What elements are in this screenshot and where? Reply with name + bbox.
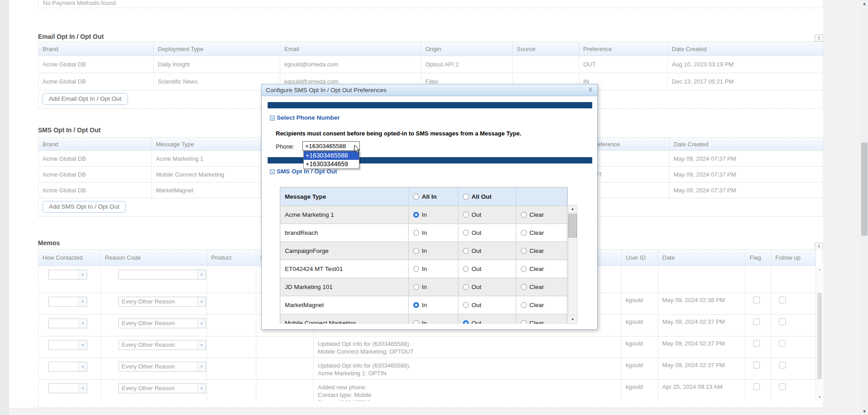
dialog-col-header: All Out bbox=[458, 187, 516, 205]
all-radio[interactable] bbox=[413, 194, 419, 200]
followup-checkbox[interactable] bbox=[779, 297, 786, 303]
flag-checkbox[interactable] bbox=[753, 318, 760, 325]
message-type-row: CampaignForgeInOutClear bbox=[280, 242, 567, 260]
reason-code-select[interactable]: Every Other Reason▼ bbox=[118, 383, 206, 393]
sms-cell: OPTOUT bbox=[587, 167, 670, 182]
dialog-table-scrollbar[interactable]: ▲ ▼ bbox=[568, 205, 577, 324]
clear-radio[interactable] bbox=[521, 230, 527, 236]
reason-code-select[interactable]: Every Other Reason▼ bbox=[118, 297, 206, 307]
followup-checkbox[interactable] bbox=[779, 383, 786, 390]
out-radio[interactable] bbox=[463, 212, 469, 218]
reason-code-select[interactable]: Every Other Reason▼ bbox=[118, 340, 206, 350]
phone-option[interactable]: +16303344659 bbox=[304, 160, 359, 168]
sms-cell-text: May 09, 2024 07:37 PM bbox=[674, 155, 736, 162]
flag-checkbox[interactable] bbox=[753, 383, 760, 390]
email-cell bbox=[513, 56, 579, 73]
in-radio[interactable] bbox=[413, 230, 419, 236]
in-radio[interactable] bbox=[413, 248, 419, 254]
email-cell: kgould@omeda.com bbox=[280, 56, 421, 73]
flag-checkbox[interactable] bbox=[753, 362, 760, 368]
dialog-close-icon[interactable]: X bbox=[589, 87, 592, 93]
in-radio[interactable] bbox=[413, 320, 419, 324]
out-radio[interactable] bbox=[463, 266, 469, 272]
out-radio[interactable] bbox=[463, 302, 469, 308]
sms-add-button[interactable]: Add SMS Opt In / Opt Out bbox=[42, 201, 126, 213]
out-cell: Out bbox=[458, 260, 516, 278]
out-radio[interactable] bbox=[463, 248, 469, 254]
memo-cell bbox=[207, 266, 256, 293]
flag-checkbox[interactable] bbox=[753, 340, 760, 347]
dialog-scroll-up-icon[interactable]: ▲ bbox=[568, 205, 577, 213]
how-contacted-select[interactable]: ▼ bbox=[48, 383, 87, 393]
email-cell-text: Aug 10, 2023 03:19 PM bbox=[672, 61, 734, 68]
email-add-button[interactable]: Add Email Opt In / Opt Out bbox=[42, 93, 128, 105]
radio-label: Out bbox=[472, 320, 481, 324]
reason-code-select[interactable]: ▼ bbox=[118, 270, 206, 280]
in-radio[interactable] bbox=[413, 302, 419, 308]
reason-code-select[interactable]: Every Other Reason▼ bbox=[118, 362, 206, 372]
message-type-row: JD Marketing 101InOutClear bbox=[280, 278, 567, 296]
memos-count-badge: 4 bbox=[815, 242, 823, 250]
page-scroll-down-icon[interactable]: ▼ bbox=[861, 409, 868, 414]
sms-cell: Acme Global DB bbox=[38, 182, 152, 198]
sms-cell: Acme Marketing 1 bbox=[152, 151, 261, 166]
memo-cell: kgould bbox=[622, 315, 658, 336]
reason-code-select[interactable]: Every Other Reason▼ bbox=[118, 318, 206, 328]
memo-cell: Updated Opt info for (6303465588).Mobile… bbox=[314, 336, 622, 358]
dialog-scroll-thumb[interactable] bbox=[568, 214, 577, 238]
how-contacted-select[interactable]: ▼ bbox=[48, 270, 87, 280]
in-radio[interactable] bbox=[413, 266, 419, 272]
followup-checkbox[interactable] bbox=[779, 340, 786, 347]
how-contacted-select[interactable]: ▼ bbox=[48, 362, 87, 372]
memo-line: Phone: 6303465588 bbox=[318, 399, 372, 401]
clear-radio[interactable] bbox=[521, 212, 527, 218]
memo-cell: May 09, 2024 02:38 PM bbox=[658, 293, 745, 314]
memo-cell bbox=[771, 266, 816, 293]
clear-radio[interactable] bbox=[521, 248, 527, 254]
collapse-icon-phone[interactable]: - bbox=[270, 116, 275, 121]
page-scroll-up-icon[interactable]: ▲ bbox=[861, 1, 868, 6]
phone-option[interactable]: +16303465588 bbox=[304, 151, 359, 160]
in-radio[interactable] bbox=[413, 212, 419, 218]
out-radio[interactable] bbox=[463, 230, 469, 236]
dialog-scroll-down-icon[interactable]: ▼ bbox=[568, 316, 577, 323]
flag-checkbox[interactable] bbox=[753, 297, 760, 303]
memos-scrollbar[interactable]: ▲ ▼ bbox=[816, 266, 823, 401]
select-value: Every Other Reason bbox=[119, 297, 197, 306]
in-radio[interactable] bbox=[413, 284, 419, 290]
select-value bbox=[49, 270, 78, 279]
sms-col-header: Message Type bbox=[152, 138, 261, 150]
how-contacted-select[interactable]: ▼ bbox=[48, 318, 87, 328]
memos-scroll-up-icon[interactable]: ▲ bbox=[816, 267, 823, 271]
out-radio[interactable] bbox=[463, 284, 469, 290]
email-optin-title: Email Opt In / Opt Out bbox=[38, 33, 104, 40]
out-radio[interactable] bbox=[463, 320, 469, 324]
memo-line: Added new phone: bbox=[318, 383, 372, 391]
memo-cell: ▼ bbox=[38, 380, 101, 401]
clear-radio[interactable] bbox=[521, 284, 527, 290]
clear-radio[interactable] bbox=[521, 266, 527, 272]
radio-label: Out bbox=[472, 284, 481, 290]
memos-scroll-thumb[interactable] bbox=[817, 293, 822, 379]
email-cell-text: Optout API 2 bbox=[425, 61, 459, 68]
radio-label: Out bbox=[472, 229, 481, 236]
how-contacted-select[interactable]: ▼ bbox=[48, 340, 87, 350]
clear-radio[interactable] bbox=[521, 302, 527, 308]
how-contacted-select[interactable]: ▼ bbox=[48, 297, 87, 307]
followup-checkbox[interactable] bbox=[779, 318, 786, 325]
phone-select[interactable]: +16303465588▼ bbox=[302, 141, 360, 151]
select-value bbox=[49, 362, 78, 371]
sms-cell-text: Acme Global DB bbox=[42, 187, 86, 194]
select-value bbox=[49, 340, 78, 350]
memo-text: Updated Opt info for (6303465588).Mobile… bbox=[318, 340, 414, 355]
all-radio[interactable] bbox=[463, 194, 469, 200]
message-type-row: Mobile Connect MarketingInOutClear bbox=[280, 314, 567, 324]
collapse-icon-sms[interactable]: - bbox=[270, 169, 275, 174]
message-type-name: Mobile Connect Marketing bbox=[280, 314, 409, 324]
page-scrollbar[interactable]: ▲ ▼ bbox=[861, 0, 868, 415]
message-type-name: MarketMagnet bbox=[280, 296, 409, 314]
clear-radio[interactable] bbox=[521, 320, 527, 324]
page-scroll-thumb[interactable] bbox=[861, 143, 868, 236]
followup-checkbox[interactable] bbox=[779, 362, 786, 368]
memos-scroll-down-icon[interactable]: ▼ bbox=[816, 395, 823, 399]
